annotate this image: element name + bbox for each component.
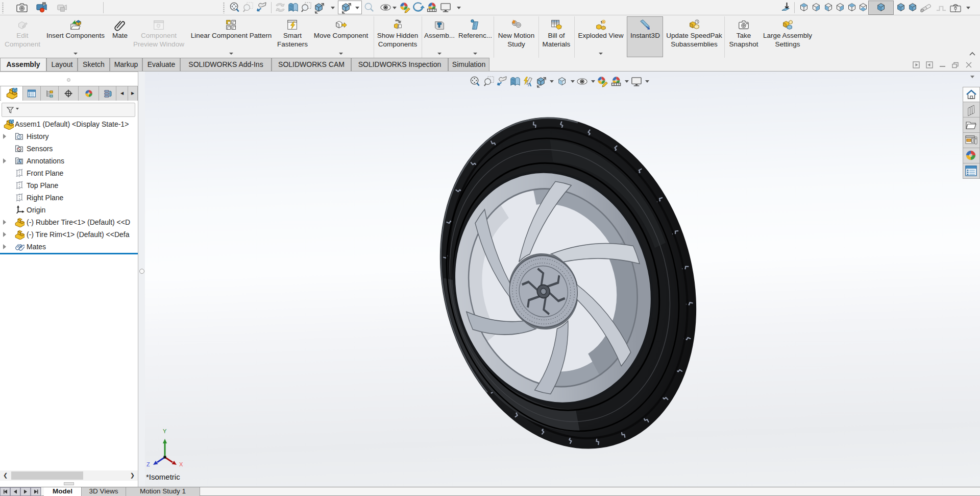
svg-text:Y: Y: [163, 428, 167, 434]
svg-text:Z: Z: [146, 461, 150, 466]
svg-text:X: X: [179, 461, 183, 466]
